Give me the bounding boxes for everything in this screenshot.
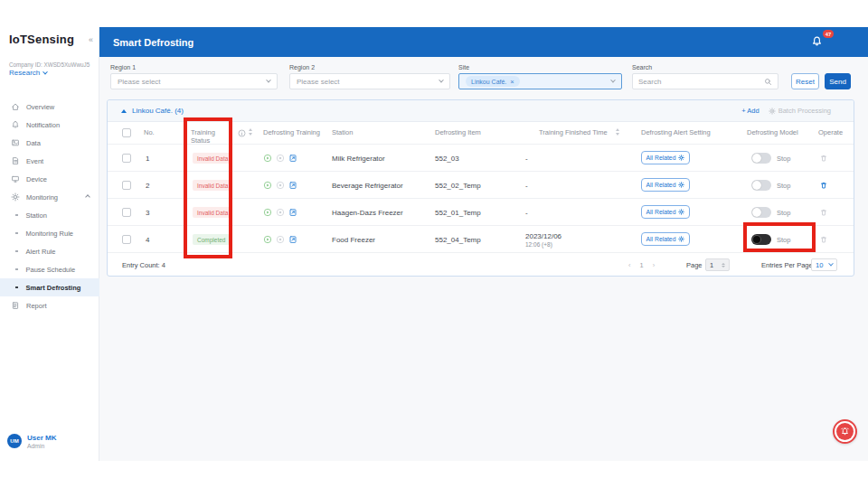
add-button[interactable]: + Add	[741, 107, 759, 115]
all-related-button[interactable]: All Related	[641, 205, 690, 219]
sort-icon[interactable]	[249, 128, 252, 136]
send-button[interactable]: Send	[825, 73, 851, 89]
search-input[interactable]	[638, 78, 764, 86]
finished-clock: 12:06 (+8)	[525, 241, 561, 249]
col-defrosting-training: Defrosting Training	[263, 128, 320, 136]
defrosting-item: 552_03	[435, 155, 459, 163]
gear-icon	[678, 236, 684, 242]
model-toggle[interactable]	[751, 180, 771, 191]
start-training-icon[interactable]	[263, 208, 272, 217]
region1-label: Region 1	[110, 64, 136, 70]
sidebar-item-pause-schedule[interactable]: Pause Schedule	[0, 260, 99, 278]
company-id: Company ID: XWSD5XuWwuJ5	[9, 61, 90, 68]
col-defrosting-alert-setting: Defrosting Alert Setting	[641, 128, 711, 136]
sidebar-collapse-icon[interactable]: «	[89, 35, 93, 44]
row-number: 2	[146, 182, 149, 190]
content-area: Region 1 Region 2 Site Search Please sel…	[99, 57, 868, 461]
model-toggle[interactable]	[751, 207, 771, 218]
model-toggle[interactable]	[751, 153, 771, 164]
toggle-knob	[752, 181, 761, 190]
finished-time: 2023/12/06 12:06 (+8)	[525, 232, 561, 249]
row-number: 1	[146, 155, 149, 163]
region1-placeholder: Please select	[118, 78, 161, 86]
entries-per-page-select[interactable]: 10	[811, 258, 837, 271]
reset-button[interactable]: Reset	[791, 73, 819, 89]
model-state-label: Stop	[777, 155, 790, 163]
user-profile[interactable]: UM User MK Admin	[7, 434, 56, 449]
site-label: Site	[458, 64, 469, 70]
all-related-button[interactable]: All Related	[641, 232, 690, 246]
all-related-button[interactable]: All Related	[641, 151, 690, 164]
trash-icon	[819, 235, 828, 244]
page-stepper[interactable]	[722, 263, 725, 267]
sidebar-item-report[interactable]: Report	[0, 296, 99, 314]
col-defrosting-model: Defrosting Model	[747, 128, 798, 136]
sidebar-item-label: Event	[26, 157, 43, 165]
training-report-icon[interactable]	[288, 235, 297, 244]
status-badge: Invalid Data	[193, 153, 232, 164]
sidebar-item-monitoring[interactable]: Monitoring	[0, 188, 99, 206]
page-title: Smart Defrosting	[113, 37, 193, 48]
start-training-icon[interactable]	[263, 154, 272, 163]
page-number-button[interactable]: 1	[640, 261, 644, 269]
row-checkbox[interactable]	[122, 181, 131, 190]
site-select[interactable]: Linkou Café. ×	[458, 73, 622, 89]
model-toggle[interactable]	[751, 234, 771, 245]
alarm-icon	[836, 423, 854, 440]
region1-select[interactable]: Please select	[110, 73, 278, 89]
sidebar-item-overview[interactable]: Overview	[0, 98, 99, 116]
sort-icon[interactable]	[616, 128, 619, 136]
col-training-status: Training Status	[191, 128, 232, 145]
table-footer: Entry Count: 4 ‹ 1 › Page Entries Per Pa…	[108, 252, 854, 277]
sidebar-item-smart-defrosting[interactable]: Smart Defrosting	[0, 278, 99, 296]
info-icon[interactable]	[238, 129, 246, 137]
bullet-icon	[15, 286, 18, 289]
sidebar-item-notification[interactable]: Notification	[0, 116, 99, 134]
finished-time: -	[525, 155, 528, 164]
model-state-label: Stop	[777, 182, 790, 190]
sidebar-item-alert-rule[interactable]: Alert Rule	[0, 242, 99, 260]
table-card: Linkou Café. (4) + Add Batch Processing …	[107, 99, 854, 277]
toggle-knob	[752, 208, 761, 217]
delete-button[interactable]	[819, 181, 828, 190]
col-station: Station	[332, 128, 353, 136]
sidebar-item-label: Data	[26, 139, 41, 147]
training-report-icon[interactable]	[288, 208, 297, 217]
workspace-switcher[interactable]: Research	[9, 69, 47, 77]
col-training-finished-time: Training Finished Time	[539, 128, 608, 136]
start-training-icon[interactable]	[263, 235, 272, 244]
alarm-button[interactable]	[833, 419, 857, 444]
sidebar-item-station[interactable]: Station	[0, 206, 99, 224]
collapse-triangle-icon[interactable]	[121, 109, 127, 113]
row-checkbox[interactable]	[122, 235, 131, 244]
region2-select[interactable]: Please select	[289, 73, 450, 89]
sidebar-item-label: Monitoring	[26, 193, 58, 202]
stop-training-icon	[276, 181, 285, 190]
select-all-checkbox[interactable]	[122, 128, 131, 137]
row-checkbox[interactable]	[122, 208, 131, 217]
sidebar-item-event[interactable]: Event	[0, 152, 99, 170]
sidebar-item-data[interactable]: Data	[0, 134, 99, 152]
model-state-label: Stop	[777, 209, 790, 217]
delete-button	[819, 235, 828, 244]
sidebar-item-label: Device	[26, 175, 47, 183]
sidebar-item-device[interactable]: Device	[0, 170, 99, 188]
site-tag: Linkou Café. ×	[466, 76, 520, 87]
page-input[interactable]	[706, 261, 721, 269]
station-name: Beverage Refrigerator	[332, 182, 403, 190]
remove-tag-icon[interactable]: ×	[510, 78, 514, 86]
group-title[interactable]: Linkou Café. (4)	[132, 107, 184, 115]
notification-bell-button[interactable]	[811, 35, 823, 47]
sidebar-item-monitoring-rule[interactable]: Monitoring Rule	[0, 224, 99, 242]
col-no: No.	[144, 128, 155, 136]
entry-count: Entry Count: 4	[122, 261, 165, 269]
start-training-icon[interactable]	[263, 181, 272, 190]
batch-processing-label: Batch Processing	[778, 107, 831, 115]
training-report-icon[interactable]	[288, 154, 297, 163]
training-report-icon[interactable]	[288, 181, 297, 190]
all-related-button[interactable]: All Related	[641, 178, 690, 192]
all-related-label: All Related	[646, 209, 676, 215]
region2-placeholder: Please select	[297, 78, 340, 86]
row-checkbox[interactable]	[122, 154, 131, 163]
chevron-down-icon	[42, 69, 48, 74]
